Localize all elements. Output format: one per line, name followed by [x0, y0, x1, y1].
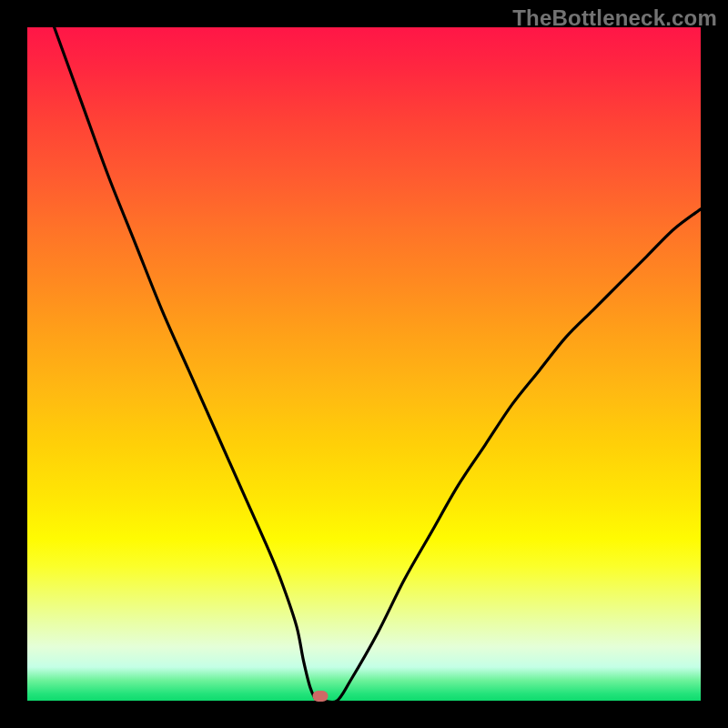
watermark-text: TheBottleneck.com	[512, 5, 717, 31]
bottleneck-curve	[27, 27, 701, 701]
optimal-point-marker	[312, 691, 328, 702]
chart-frame: TheBottleneck.com	[0, 0, 728, 728]
